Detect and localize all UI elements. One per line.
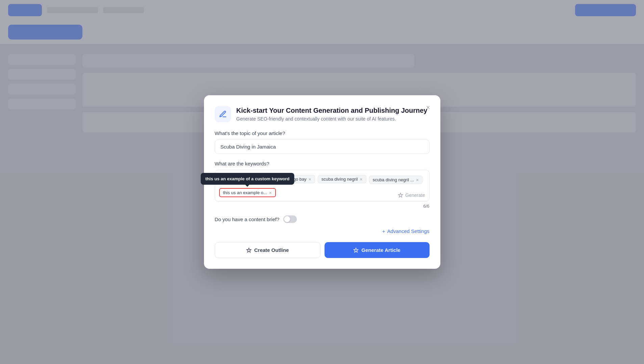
topic-label: What's the topic of your article? (215, 130, 430, 136)
keyword-tag-4: scuba diving negril ... × (369, 176, 422, 184)
modal-container: × Kick-start Your Content Generation and… (204, 95, 440, 269)
tag-text-3: scuba diving negril (321, 177, 358, 182)
generate-inline-button[interactable]: Generate (398, 192, 425, 198)
keyword-tag-2: g montego bay × (274, 175, 315, 183)
modal-header: Kick-start Your Content Generation and P… (215, 106, 430, 122)
create-outline-button[interactable]: Create Outline (215, 242, 320, 258)
tag-remove-4[interactable]: × (416, 178, 419, 182)
keywords-tags-container: scuba diving jamai... × g montego bay × … (219, 174, 425, 197)
content-brief-label: Do you have a content brief? (215, 216, 280, 222)
topic-input[interactable] (215, 139, 430, 154)
keyword-tag-5-wrapper: this us an example of a custom keyword t… (219, 188, 276, 197)
close-button[interactable]: × (423, 102, 434, 113)
tag-text-5: this us an example o... (223, 190, 267, 195)
tag-text-1: scuba diving jamai... (223, 177, 263, 182)
generate-article-label: Generate Article (361, 247, 400, 253)
tag-remove-3[interactable]: × (360, 177, 362, 182)
spark-icon-generate (353, 248, 359, 253)
tag-remove-2[interactable]: × (308, 177, 311, 182)
tag-remove-1[interactable]: × (264, 177, 267, 182)
create-outline-label: Create Outline (254, 247, 289, 253)
modal-footer: Create Outline Generate Article (215, 242, 430, 258)
content-brief-toggle[interactable] (283, 215, 297, 223)
keyword-tag-1: scuba diving jamai... × (219, 175, 271, 183)
keyword-count: 6/6 (215, 204, 430, 209)
advanced-settings-plus: + (382, 228, 385, 234)
keywords-section: What are the keywords? scuba diving jama… (215, 161, 430, 209)
modal-backdrop: × Kick-start Your Content Generation and… (0, 0, 644, 364)
modal-title-group: Kick-start Your Content Generation and P… (236, 106, 428, 122)
tag-remove-5[interactable]: × (269, 190, 272, 195)
content-brief-section: Do you have a content brief? (215, 215, 430, 223)
keyword-tag-3: scuba diving negril × (318, 175, 366, 183)
advanced-settings-link[interactable]: + Advanced Settings (215, 228, 430, 234)
generate-article-button[interactable]: Generate Article (325, 242, 430, 258)
generate-inline-label: Generate (405, 192, 425, 198)
keyword-tag-5: this us an example o... × (219, 188, 276, 197)
tag-text-2: g montego bay (277, 177, 306, 182)
tag-text-4: scuba diving negril ... (373, 177, 414, 182)
advanced-settings-label: Advanced Settings (387, 228, 429, 234)
keywords-box[interactable]: scuba diving jamai... × g montego bay × … (215, 170, 430, 202)
spark-icon-inline (398, 192, 403, 198)
spark-icon-outline (246, 248, 252, 253)
modal-icon-wrapper (215, 106, 231, 122)
modal-title: Kick-start Your Content Generation and P… (236, 106, 428, 115)
edit-pen-icon (219, 110, 227, 118)
modal-subtitle: Generate SEO-friendly and contextually c… (236, 116, 428, 122)
topic-section: What's the topic of your article? (215, 130, 430, 154)
keywords-label: What are the keywords? (215, 161, 430, 166)
